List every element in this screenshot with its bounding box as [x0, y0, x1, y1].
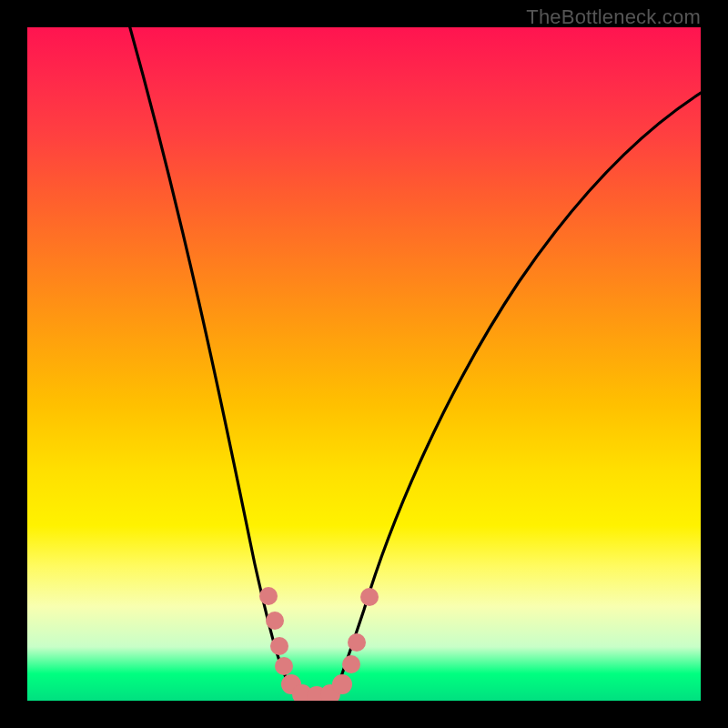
- right-ascending-curve: [332, 82, 701, 701]
- curves-layer: [27, 27, 701, 701]
- dots-group: [259, 587, 379, 701]
- watermark-text: TheBottleneck.com: [526, 5, 701, 29]
- plot-area: [27, 27, 701, 701]
- data-dot: [360, 588, 379, 606]
- data-dot: [259, 587, 278, 605]
- data-dot: [270, 637, 288, 655]
- data-dot: [275, 657, 293, 675]
- data-dot: [342, 655, 360, 673]
- data-dot: [348, 633, 366, 652]
- data-dot: [332, 674, 352, 694]
- chart-frame: TheBottleneck.com: [0, 0, 728, 728]
- data-dot: [266, 612, 284, 630]
